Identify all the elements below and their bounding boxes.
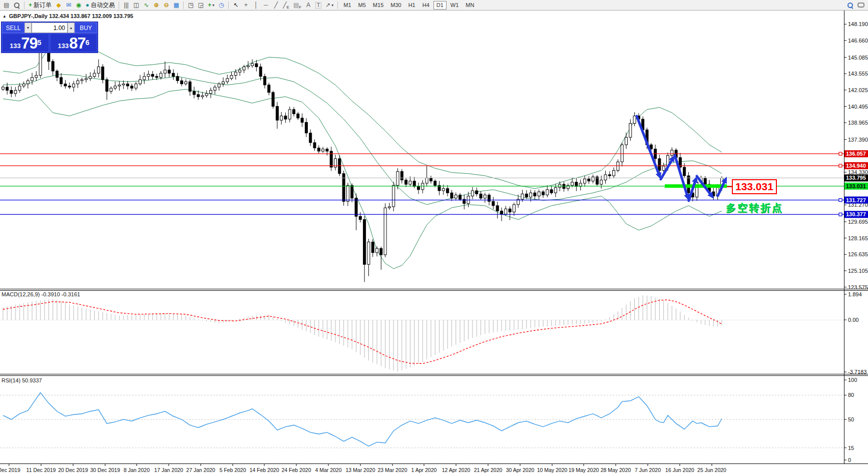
- timeframe-button-m1[interactable]: M1: [340, 1, 354, 10]
- candle-chart-icon[interactable]: ◫: [131, 1, 141, 10]
- svg-text:133.031: 133.031: [846, 183, 866, 189]
- period-icon-glyph: ◷: [219, 2, 224, 9]
- toolbar-separator: [24, 2, 25, 9]
- new-order-button[interactable]: +新订单: [27, 1, 54, 10]
- timeframe-button-mn[interactable]: MN: [463, 1, 477, 10]
- timeframe-button-m30[interactable]: M30: [387, 1, 404, 10]
- timeframe-button-m15[interactable]: M15: [370, 1, 386, 10]
- svg-text:80: 80: [848, 392, 854, 398]
- svg-text:137.390: 137.390: [848, 137, 868, 143]
- svg-text:30 Dec 2019: 30 Dec 2019: [90, 467, 120, 473]
- line-chart-icon-glyph: ∿: [144, 2, 149, 9]
- svg-text:17 Jan 2020: 17 Jan 2020: [154, 467, 183, 473]
- collapse-panel-icon[interactable]: ▲: [3, 14, 7, 19]
- fibonacci-icon[interactable]: ▤F: [291, 1, 303, 10]
- svg-text:1.894: 1.894: [848, 291, 862, 297]
- svg-text:136.057: 136.057: [846, 151, 866, 157]
- crosshair-icon-glyph: +: [244, 2, 248, 9]
- svg-text:138.965: 138.965: [848, 120, 868, 126]
- text-icon-glyph: A: [306, 2, 310, 9]
- signals-icon[interactable]: ◉: [74, 1, 84, 10]
- market-search-icon[interactable]: [12, 1, 22, 10]
- history-icon[interactable]: ◆: [54, 1, 64, 10]
- crosshair-icon[interactable]: +: [241, 1, 251, 10]
- arrows-icon-caret: ▾: [331, 3, 333, 8]
- hline-icon[interactable]: ─: [261, 1, 271, 10]
- period-icon[interactable]: ◷: [216, 1, 226, 10]
- channel-icon-sub: E: [287, 5, 289, 10]
- timeframe-button-w1[interactable]: W1: [448, 1, 462, 10]
- text-icon[interactable]: A: [303, 1, 313, 10]
- svg-text:145.085: 145.085: [848, 55, 868, 61]
- sell-button[interactable]: SELL: [2, 23, 25, 33]
- autotrading-button-glyph: ●: [86, 2, 89, 9]
- bar-chart-icon-glyph: |||: [124, 2, 129, 9]
- new-subwindow-icon[interactable]: ◳: [186, 1, 196, 10]
- svg-text:8 Jan 2020: 8 Jan 2020: [124, 467, 150, 473]
- buy-button[interactable]: BUY: [75, 23, 97, 33]
- trendline-icon[interactable]: ╱: [271, 1, 281, 10]
- depth-of-market-icon-glyph: ◲: [198, 2, 204, 9]
- chart-window-icon-glyph: ▤: [4, 2, 9, 9]
- timeframe-button-m5[interactable]: M5: [355, 1, 369, 10]
- add-indicator-button[interactable]: +▾: [206, 1, 216, 10]
- chat-icon[interactable]: [855, 1, 866, 10]
- candle-chart-icon-glyph: ◫: [134, 2, 139, 9]
- buy-price-big: 87: [69, 36, 85, 51]
- svg-text:28 May 2020: 28 May 2020: [601, 467, 631, 473]
- svg-text:25 Jun 2020: 25 Jun 2020: [697, 467, 726, 473]
- cursor-icon-glyph: ↖: [233, 2, 238, 9]
- buy-price-button[interactable]: 133 87 6: [50, 34, 97, 52]
- cursor-icon[interactable]: ↖: [231, 1, 241, 10]
- buy-price-prefix: 133: [58, 41, 69, 51]
- svg-text:0.00: 0.00: [848, 317, 858, 323]
- tile-windows-icon[interactable]: ▦: [171, 1, 181, 10]
- channel-icon[interactable]: ╱E: [281, 1, 291, 10]
- zone-text-label[interactable]: 多空转折点: [726, 201, 783, 215]
- trendline-icon-glyph: ╱: [274, 2, 278, 9]
- svg-text:23 Mar 2020: 23 Mar 2020: [378, 467, 407, 473]
- svg-text:123.575: 123.575: [848, 284, 868, 290]
- line-chart-icon[interactable]: ∿: [141, 1, 151, 10]
- chart-window-icon[interactable]: ▤: [2, 1, 12, 10]
- bar-chart-icon[interactable]: |||: [121, 1, 131, 10]
- timeframe-button-d1[interactable]: D1: [433, 1, 447, 10]
- fibonacci-icon-sub: F: [299, 5, 301, 10]
- label-icon[interactable]: T: [313, 1, 323, 10]
- history-icon-glyph: ◆: [56, 2, 61, 9]
- autotrading-button[interactable]: ●自动交易: [84, 1, 117, 10]
- volume-input[interactable]: [32, 23, 68, 33]
- depth-of-market-icon[interactable]: ◲: [196, 1, 206, 10]
- volume-down-button[interactable]: ▼: [25, 23, 32, 33]
- arrows-icon[interactable]: ↗▾: [323, 1, 335, 10]
- svg-text:19 May 2020: 19 May 2020: [569, 467, 599, 473]
- svg-text:21 Apr 2020: 21 Apr 2020: [474, 467, 503, 473]
- mt4-window: MACD(12,26,9) -0.3910 -0.31611.8940.00-3…: [0, 0, 868, 474]
- chart-canvas[interactable]: MACD(12,26,9) -0.3910 -0.31611.8940.00-3…: [0, 0, 868, 474]
- svg-text:4 Mar 2020: 4 Mar 2020: [315, 467, 341, 473]
- timeframe-button-h1[interactable]: H1: [405, 1, 418, 10]
- zoom-in-icon[interactable]: ⊕: [151, 1, 161, 10]
- svg-text:7 Jun 2020: 7 Jun 2020: [635, 467, 661, 473]
- add-indicator-button-glyph: +: [208, 2, 211, 9]
- vline-icon[interactable]: │: [251, 1, 261, 10]
- timeframe-button-h4[interactable]: H4: [419, 1, 432, 10]
- label-icon-glyph: T: [315, 2, 321, 9]
- new-order-button-label: 新订单: [34, 1, 52, 10]
- community-icon[interactable]: ✉: [64, 1, 74, 10]
- zoom-out-icon[interactable]: ⊖: [161, 1, 171, 10]
- hline-icon-glyph: ─: [264, 2, 268, 9]
- svg-text:1 Apr 2020: 1 Apr 2020: [411, 467, 437, 473]
- volume-up-button[interactable]: ▲: [68, 23, 75, 33]
- sell-price-button[interactable]: 133 79 5: [2, 34, 49, 52]
- symbol-ohlc-text: GBPJPY-,Daily 132.434 133.867 132.009 13…: [9, 13, 133, 19]
- svg-text:14 Feb 2020: 14 Feb 2020: [250, 467, 279, 473]
- svg-text:Dec 2019: Dec 2019: [0, 467, 21, 473]
- svg-text:129.695: 129.695: [848, 219, 868, 225]
- buy-price-pip: 6: [86, 35, 90, 50]
- search-icon[interactable]: [845, 1, 855, 10]
- price-callout-box[interactable]: 133.031: [732, 179, 777, 194]
- svg-text:128.165: 128.165: [848, 235, 868, 241]
- svg-text:100: 100: [848, 377, 857, 383]
- svg-text:5 Feb 2020: 5 Feb 2020: [219, 467, 246, 473]
